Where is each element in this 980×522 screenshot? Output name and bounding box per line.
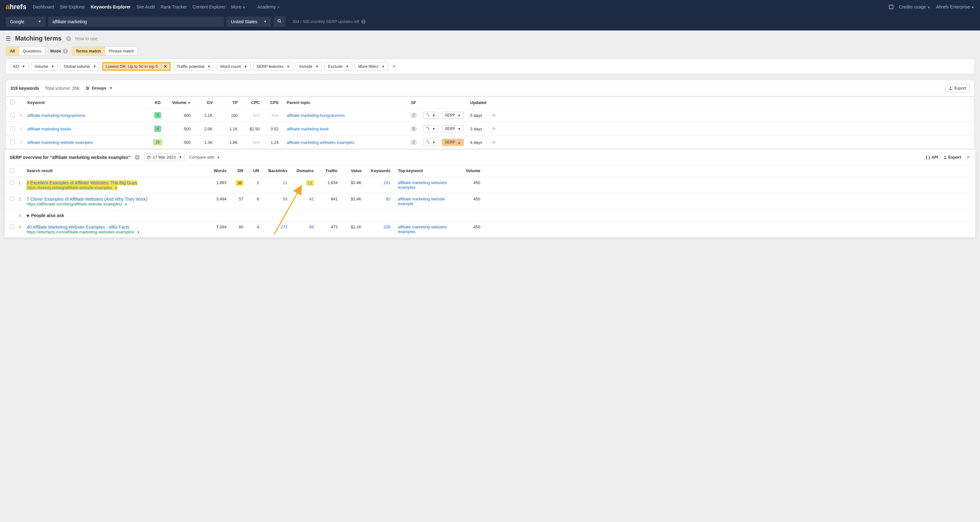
help-icon[interactable]: ? xyxy=(63,49,68,54)
col-volume[interactable]: Volume xyxy=(460,168,480,173)
select-all-serp-checkbox[interactable] xyxy=(10,168,14,173)
tab-phrase-match[interactable]: Phrase match xyxy=(105,47,138,55)
sf-badge[interactable]: 5 xyxy=(410,126,417,132)
help-icon[interactable]: ? xyxy=(135,155,140,160)
col-ur[interactable]: UR xyxy=(247,168,259,173)
cell-backlinks[interactable]: 271 xyxy=(262,224,287,229)
close-icon[interactable]: ✕ xyxy=(966,154,970,160)
groups-toggle[interactable]: Groups▼ xyxy=(86,86,113,91)
col-traffic[interactable]: Traffic xyxy=(317,168,338,173)
help-icon[interactable]: ? xyxy=(66,36,71,41)
serp-row-checkbox[interactable] xyxy=(10,197,14,201)
expand-icon[interactable]: ✓ xyxy=(19,140,23,145)
col-keywords[interactable]: Keywords xyxy=(365,168,390,173)
people-also-ask[interactable]: ▶People also ask xyxy=(27,213,64,218)
api-button[interactable]: { }API xyxy=(926,155,938,159)
refresh-icon[interactable]: ⟳ xyxy=(492,127,496,131)
keyword-input[interactable]: affiliate marketing xyxy=(48,17,224,27)
tab-all[interactable]: All xyxy=(6,47,19,55)
filter-traffic-potential[interactable]: Traffic potential▼ xyxy=(173,62,214,71)
clear-filters-icon[interactable]: ✕ xyxy=(392,64,396,69)
cell-keywords[interactable]: 191 xyxy=(365,180,390,185)
filter-exclude[interactable]: Exclude▼ xyxy=(325,62,352,71)
top-keyword-link[interactable]: affiliate marketing website example xyxy=(398,197,445,206)
nav-content-explorer[interactable]: Content Explorer xyxy=(192,5,226,10)
col-updated[interactable]: Updated xyxy=(470,100,489,105)
search-engine-select[interactable]: Google▼ xyxy=(6,17,46,27)
parent-topic-link[interactable]: affiliate marketing-hungcanmmo xyxy=(287,113,345,118)
export-button[interactable]: Export xyxy=(945,84,970,92)
nav-rank-tracker[interactable]: Rank Tracker xyxy=(161,5,186,10)
search-result[interactable]: 6 Excellent Examples of Affiliate Websit… xyxy=(27,180,203,190)
remove-filter-icon[interactable]: ✕ xyxy=(161,64,167,69)
filter-global-volume[interactable]: Global volume▼ xyxy=(60,62,100,71)
nav-site-audit[interactable]: Site Audit xyxy=(136,5,155,10)
col-kd[interactable]: KD xyxy=(150,100,165,105)
parent-topic-link[interactable]: affiliate marketing websites examples xyxy=(287,140,354,145)
nav-keywords-explorer[interactable]: Keywords Explorer xyxy=(91,5,131,10)
col-tp[interactable]: TP xyxy=(216,100,238,105)
serp-row-checkbox[interactable] xyxy=(10,180,14,185)
cell-keywords[interactable]: 228 xyxy=(365,224,390,229)
appearance-icon[interactable] xyxy=(889,5,893,9)
trend-button[interactable]: 〽 ▼ xyxy=(423,112,438,119)
filter-word-count[interactable]: Word count▼ xyxy=(217,62,251,71)
account-menu[interactable]: Ahrefs Enterprise▼ xyxy=(936,5,974,10)
compare-with[interactable]: Compare with ▼ xyxy=(189,155,220,159)
col-keyword[interactable]: Keyword xyxy=(27,100,147,105)
logo[interactable]: ahrefs xyxy=(6,3,26,11)
keyword-link[interactable]: affiliate marketing-hungcanmmo xyxy=(27,113,86,118)
trend-button[interactable]: 〽 ▼ xyxy=(423,125,438,132)
top-keyword-link[interactable]: affiliate marketing websites examples xyxy=(398,224,447,234)
select-all-checkbox[interactable] xyxy=(10,100,15,104)
filter-serp-features[interactable]: SERP features▼ xyxy=(253,62,293,71)
refresh-icon[interactable]: ⟳ xyxy=(492,140,496,145)
col-backlinks[interactable]: Backlinks xyxy=(262,168,287,173)
help-icon[interactable]: ? xyxy=(361,19,366,24)
col-sf[interactable]: SF xyxy=(407,100,420,105)
expand-icon[interactable]: + xyxy=(19,113,22,118)
serp-button[interactable]: SERP ▲ xyxy=(442,139,464,146)
search-button[interactable] xyxy=(274,16,286,27)
nav-academy[interactable]: Academy↗ xyxy=(258,5,280,10)
col-search-result[interactable]: Search result xyxy=(27,168,203,173)
how-to-use-link[interactable]: How to use xyxy=(75,36,97,41)
col-cps[interactable]: CPS xyxy=(263,100,278,105)
tab-terms-match[interactable]: Terms match xyxy=(72,47,105,55)
trend-button[interactable]: 〽 ▼ xyxy=(423,139,438,146)
sf-badge[interactable]: 2 xyxy=(410,113,417,118)
row-checkbox[interactable] xyxy=(10,126,15,130)
row-checkbox[interactable] xyxy=(10,140,15,144)
serp-row-checkbox[interactable] xyxy=(10,224,14,229)
sf-badge[interactable]: 2 xyxy=(410,140,417,145)
col-dr[interactable]: DR xyxy=(230,168,243,173)
filter-more[interactable]: More filters▼ xyxy=(355,62,388,71)
col-gv[interactable]: GV xyxy=(194,100,213,105)
refresh-icon[interactable]: ⟳ xyxy=(492,113,496,118)
serp-export-button[interactable]: Export xyxy=(943,155,961,159)
cell-domains[interactable]: 89 xyxy=(291,224,314,229)
serp-button[interactable]: SERP ▼ xyxy=(442,112,464,119)
cell-backlinks[interactable]: 53 xyxy=(262,197,287,201)
parent-topic-link[interactable]: affiliate marketing book xyxy=(287,127,329,131)
col-volume[interactable]: Volume ▼ xyxy=(169,100,191,105)
keyword-link[interactable]: affiliate marketing website examples xyxy=(27,140,93,145)
cell-domains[interactable]: 11 xyxy=(291,180,314,186)
col-parent-topic[interactable]: Parent topic xyxy=(282,100,404,105)
col-top-keyword[interactable]: Top keyword xyxy=(394,168,457,173)
search-result[interactable]: 7 Clever Examples of Affiliate Websites … xyxy=(27,197,203,206)
credits-usage[interactable]: Credits usage▼ xyxy=(899,5,931,10)
row-checkbox[interactable] xyxy=(10,113,15,117)
nav-site-explorer[interactable]: Site Explorer xyxy=(60,5,85,10)
col-words[interactable]: Words xyxy=(206,168,226,173)
col-value[interactable]: Value xyxy=(341,168,361,173)
date-picker[interactable]: 17 Mar 2023▼ xyxy=(144,153,185,161)
keyword-link[interactable]: affiliate marketing books xyxy=(27,127,71,131)
filter-include[interactable]: Include▼ xyxy=(296,62,322,71)
top-keyword-link[interactable]: affiliate marketing websites examples xyxy=(398,180,447,190)
expand-icon[interactable]: ✓ xyxy=(19,126,23,131)
cell-domains[interactable]: 42 xyxy=(291,197,314,201)
tab-questions[interactable]: Questions xyxy=(19,47,45,55)
serp-button[interactable]: SERP ▼ xyxy=(442,125,464,132)
country-select[interactable]: United States▼ xyxy=(226,17,271,27)
